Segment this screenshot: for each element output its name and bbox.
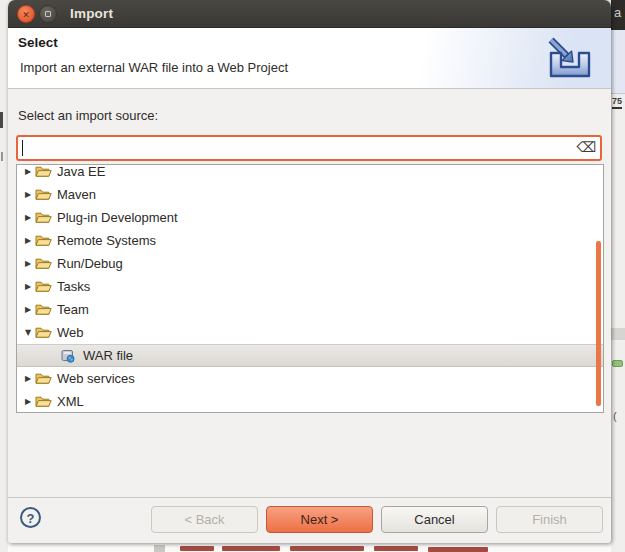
close-icon: ✕ — [18, 7, 34, 23]
folder-icon — [35, 188, 56, 201]
tree-item-label: Run/Debug — [57, 256, 123, 271]
folder-icon — [35, 303, 56, 316]
help-icon: ? — [27, 511, 35, 526]
tree-item-label: Remote Systems — [57, 233, 156, 248]
tree-item-label: Web — [57, 325, 84, 340]
background-fragment: ( — [613, 410, 617, 422]
expand-arrow-icon[interactable]: ▶ — [21, 213, 35, 222]
wizard-header: Select Import an external WAR file into … — [8, 28, 611, 89]
maximize-button[interactable] — [39, 5, 57, 23]
button-separator — [8, 497, 611, 498]
expand-arrow-icon[interactable]: ▶ — [21, 236, 35, 245]
folder-icon — [35, 326, 56, 339]
help-button[interactable]: ? — [20, 507, 41, 528]
tree-item-plug-in-development[interactable]: ▶Plug-in Development — [17, 206, 603, 229]
background-fragment — [611, 30, 625, 94]
war-file-icon — [61, 349, 82, 363]
finish-button: Finish — [496, 506, 603, 533]
filter-input[interactable] — [16, 135, 602, 161]
tree-item-label: WAR file — [83, 348, 133, 363]
import-source-tree: ▶Java EE▶Maven▶Plug-in Development▶Remot… — [16, 164, 604, 413]
expand-arrow-icon[interactable]: ▶ — [21, 190, 35, 199]
tree-item-label: Web services — [57, 371, 135, 386]
import-source-label: Select an import source: — [18, 108, 158, 123]
background-window-bottom — [8, 543, 611, 552]
import-dialog: ✕ Import Select Import an external WAR f… — [8, 0, 611, 543]
tree-item-label: Java EE — [57, 164, 105, 179]
tree-item-label: XML — [57, 394, 84, 409]
expand-arrow-icon[interactable]: ▶ — [21, 282, 35, 291]
import-war-icon — [543, 36, 595, 80]
back-button: < Back — [151, 506, 258, 533]
collapse-arrow-icon[interactable]: ▼ — [21, 328, 35, 337]
cancel-button[interactable]: Cancel — [381, 506, 488, 533]
background-fragment — [428, 547, 488, 552]
tree-item-label: Tasks — [57, 279, 90, 294]
page-title: Select — [18, 35, 58, 50]
background-fragment — [1, 152, 3, 161]
clear-input-icon[interactable]: ⌫ — [576, 139, 596, 155]
expand-arrow-icon[interactable]: ▶ — [21, 167, 35, 176]
expand-arrow-icon[interactable]: ▶ — [21, 374, 35, 383]
tree-item-web-services[interactable]: ▶Web services — [17, 367, 603, 390]
tree-scrollbar[interactable] — [596, 241, 601, 406]
background-fragment — [612, 360, 623, 367]
folder-icon — [35, 211, 56, 224]
tree-item-tasks[interactable]: ▶Tasks — [17, 275, 603, 298]
background-fragment: 75 — [612, 96, 622, 109]
folder-icon — [35, 372, 56, 385]
filter-field: ⌫ — [16, 135, 602, 161]
background-fragment — [180, 546, 214, 551]
background-window-right: a 75 ( — [611, 0, 625, 552]
page-description: Import an external WAR file into a Web P… — [20, 60, 288, 75]
tree-item-war-file[interactable]: WAR file — [17, 344, 603, 367]
background-fragment — [374, 546, 418, 551]
next-button[interactable]: Next > — [266, 506, 373, 533]
folder-icon — [35, 165, 56, 178]
tree-item-run-debug[interactable]: ▶Run/Debug — [17, 252, 603, 275]
background-titlebar-fragment: a — [611, 0, 625, 30]
tree-item-web[interactable]: ▼Web — [17, 321, 603, 344]
screen: a 75 ( ✕ Import Select Import an externa… — [0, 0, 625, 552]
tree-item-maven[interactable]: ▶Maven — [17, 183, 603, 206]
folder-icon — [35, 280, 56, 293]
close-button[interactable]: ✕ — [17, 5, 35, 23]
titlebar[interactable]: ✕ Import — [8, 0, 611, 28]
folder-icon — [35, 234, 56, 247]
background-fragment — [0, 112, 3, 128]
tree-item-java-ee[interactable]: ▶Java EE — [17, 164, 603, 183]
text-caret — [22, 140, 23, 156]
background-fragment — [222, 546, 280, 551]
background-fragment — [611, 328, 625, 340]
tree-item-label: Maven — [57, 187, 96, 202]
folder-icon — [35, 257, 56, 270]
maximize-icon — [45, 11, 51, 17]
tree-item-label: Plug-in Development — [57, 210, 178, 225]
tree-item-xml[interactable]: ▶XML — [17, 390, 603, 413]
tree-item-label: Team — [57, 302, 89, 317]
expand-arrow-icon[interactable]: ▶ — [21, 305, 35, 314]
expand-arrow-icon[interactable]: ▶ — [21, 259, 35, 268]
background-fragment — [290, 546, 364, 551]
tree-item-team[interactable]: ▶Team — [17, 298, 603, 321]
tree-item-remote-systems[interactable]: ▶Remote Systems — [17, 229, 603, 252]
background-window-left — [0, 0, 8, 552]
window-title: Import — [70, 6, 113, 21]
background-fragment — [154, 545, 165, 552]
folder-icon — [35, 395, 56, 408]
expand-arrow-icon[interactable]: ▶ — [21, 397, 35, 406]
